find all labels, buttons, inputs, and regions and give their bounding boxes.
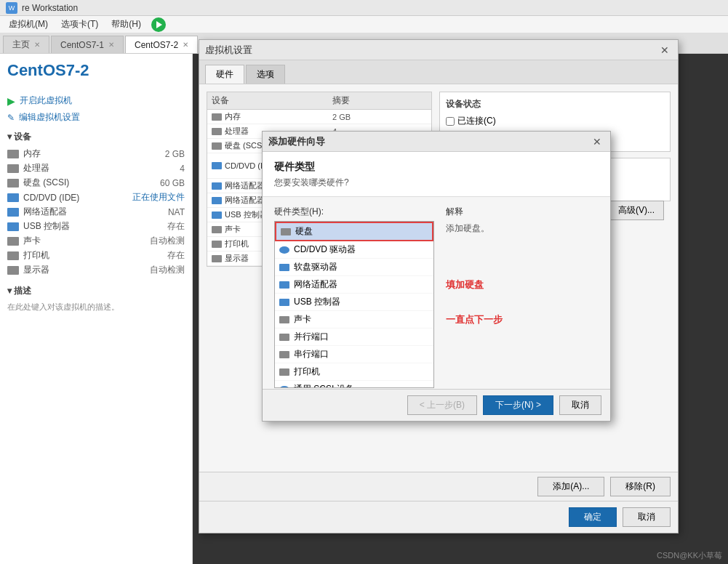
memory-icon	[7, 150, 19, 158]
wizard-header-sub: 您要安装哪类硬件?	[274, 177, 599, 189]
action-edit-label: 编辑虚拟机设置	[19, 111, 80, 124]
desc-placeholder: 在此处键入对该虚拟机的描述。	[7, 302, 185, 313]
tab-close-centos72[interactable]: ✕	[183, 41, 188, 49]
sidebar-device-sound: 声卡 自动检测	[7, 235, 185, 247]
watermark: CSDN@KK小草莓	[657, 550, 722, 561]
printer-icon	[7, 251, 19, 260]
sidebar-device-display: 显示器 自动检测	[7, 264, 185, 276]
wizard-item-parallel-label: 并行端口	[294, 331, 329, 343]
sidebar-device-printer: 打印机 存在	[7, 249, 185, 262]
wizard-cancel-button[interactable]: 取消	[559, 395, 601, 415]
status-title: 设备状态	[446, 98, 664, 110]
sidebar-device-net: 网络适配器 NAT	[7, 206, 185, 218]
row-icon-memory	[212, 113, 222, 121]
wizard-item-floppy-label: 软盘驱动器	[294, 261, 337, 273]
table-header-device: 设备	[212, 94, 332, 107]
dialog-tab-hardware[interactable]: 硬件	[205, 65, 244, 84]
menu-virtual-machine[interactable]: 虚拟机(M)	[3, 17, 54, 32]
app-icon: W	[6, 2, 17, 14]
net-list-icon	[279, 281, 289, 289]
tab-centos72-label: CentOS7-2	[135, 40, 178, 50]
wizard-footer: < 上一步(B) 下一步(N) > 取消	[263, 389, 610, 421]
action-edit-vm[interactable]: ✎ 编辑虚拟机设置	[7, 111, 185, 124]
printer-list-icon	[279, 368, 289, 376]
menu-bar: 虚拟机(M) 选项卡(T) 帮助(H)	[0, 16, 728, 33]
tab-home[interactable]: 主页 ✕	[3, 36, 49, 53]
vm-settings-title: 虚拟机设置	[205, 44, 252, 57]
wizard-item-disk[interactable]: 硬盘	[275, 222, 433, 241]
parallel-list-icon	[279, 334, 289, 341]
wizard-item-net-label: 网络适配器	[294, 278, 337, 291]
wizard-prev-button[interactable]: < 上一步(B)	[407, 395, 477, 415]
action-start-vm[interactable]: ▶ 开启此虚拟机	[7, 94, 185, 107]
wizard-item-serial[interactable]: 串行端口	[275, 346, 433, 363]
device-table-header: 设备 摘要	[207, 92, 432, 110]
wizard-item-scsi-label: 通用 SCSI 设备	[294, 383, 354, 388]
disk-list-icon	[281, 228, 291, 235]
table-row[interactable]: 内存 2 GB	[207, 110, 431, 124]
checkbox-connected[interactable]: 已连接(C)	[446, 115, 664, 127]
wizard-item-sound-label: 声卡	[294, 313, 311, 326]
wizard-item-printer[interactable]: 打印机	[275, 363, 433, 381]
wizard-list-label: 硬件类型(H):	[274, 206, 434, 218]
settings-cancel-button[interactable]: 取消	[623, 507, 671, 527]
wizard-header-title: 硬件类型	[274, 161, 599, 174]
wizard-item-usb[interactable]: USB 控制器	[275, 294, 433, 311]
vm-settings-add-remove-footer: 添加(A)... 移除(R)	[199, 472, 678, 501]
usb-icon	[7, 222, 19, 231]
display-icon	[7, 266, 19, 275]
cdvd-list-icon	[279, 246, 289, 254]
tab-home-label: 主页	[12, 39, 30, 51]
tab-centos72[interactable]: CentOS7-2 ✕	[125, 36, 198, 53]
wizard-item-scsi[interactable]: 通用 SCSI 设备	[275, 381, 433, 388]
devices-section-title: ▾ 设备	[7, 131, 185, 143]
title-bar-text: re Workstation	[22, 3, 78, 13]
floppy-list-icon	[279, 264, 289, 271]
wizard-item-net[interactable]: 网络适配器	[275, 276, 433, 294]
wizard-item-sound[interactable]: 声卡	[275, 311, 433, 329]
wizard-annotation-fill: 填加硬盘	[446, 278, 599, 291]
row-icon-cdvd	[212, 162, 222, 169]
wizard-next-button[interactable]: 下一步(N) >	[483, 395, 553, 415]
action-start-label: 开启此虚拟机	[20, 94, 72, 107]
vm-settings-close[interactable]: ✕	[657, 43, 672, 57]
wizard-item-disk-label: 硬盘	[295, 225, 313, 238]
remove-hardware-button[interactable]: 移除(R)	[610, 477, 671, 496]
play-button[interactable]	[151, 17, 166, 32]
wizard-item-parallel[interactable]: 并行端口	[275, 329, 433, 346]
scsi-list-icon	[279, 386, 289, 389]
usb-list-icon	[279, 299, 289, 306]
checkbox-connected-input[interactable]	[446, 117, 455, 126]
cpu-icon	[7, 164, 19, 173]
vm-settings-title-bar: 虚拟机设置 ✕	[199, 40, 678, 60]
tab-close-home[interactable]: ✕	[34, 41, 40, 49]
wizard-item-cdvd-label: CD/DVD 驱动器	[294, 243, 356, 256]
sidebar-device-usb: USB 控制器 存在	[7, 220, 185, 233]
sidebar-device-cpu: 处理器 4	[7, 162, 185, 174]
wizard-title: 添加硬件向导	[268, 135, 325, 148]
wizard-item-cdvd[interactable]: CD/DVD 驱动器	[275, 241, 433, 259]
row-icon-disk	[212, 142, 222, 150]
sound-list-icon	[279, 316, 289, 323]
tab-close-centos71[interactable]: ✕	[108, 41, 114, 49]
table-header-summary: 摘要	[332, 94, 427, 107]
wizard-list-section: 硬件类型(H): 硬盘 CD/DVD 驱动器 软盘驱动器 网络适配器	[274, 206, 434, 380]
vm-settings-tab-bar: 硬件 选项	[199, 60, 678, 84]
tab-centos71[interactable]: CentOS7-1 ✕	[51, 36, 124, 53]
advanced-button[interactable]: 高级(V)...	[609, 201, 664, 220]
dialog-tab-options[interactable]: 选项	[246, 65, 285, 84]
wizard-right-label: 解释	[446, 206, 599, 218]
play-icon: ▶	[7, 95, 15, 107]
row-icon-net	[212, 182, 222, 190]
wizard-item-usb-label: USB 控制器	[294, 296, 340, 308]
add-hardware-button[interactable]: 添加(A)...	[537, 477, 604, 496]
menu-help[interactable]: 帮助(H)	[105, 17, 147, 32]
wizard-close-button[interactable]: ✕	[590, 134, 604, 149]
settings-ok-button[interactable]: 确定	[569, 507, 617, 527]
menu-tab[interactable]: 选项卡(T)	[55, 17, 104, 32]
wizard-item-floppy[interactable]: 软盘驱动器	[275, 259, 433, 276]
sidebar-device-memory: 内存 2 GB	[7, 148, 185, 160]
row-icon-cpu	[212, 128, 222, 135]
disk-icon	[7, 179, 19, 188]
row-icon-display	[212, 255, 222, 262]
